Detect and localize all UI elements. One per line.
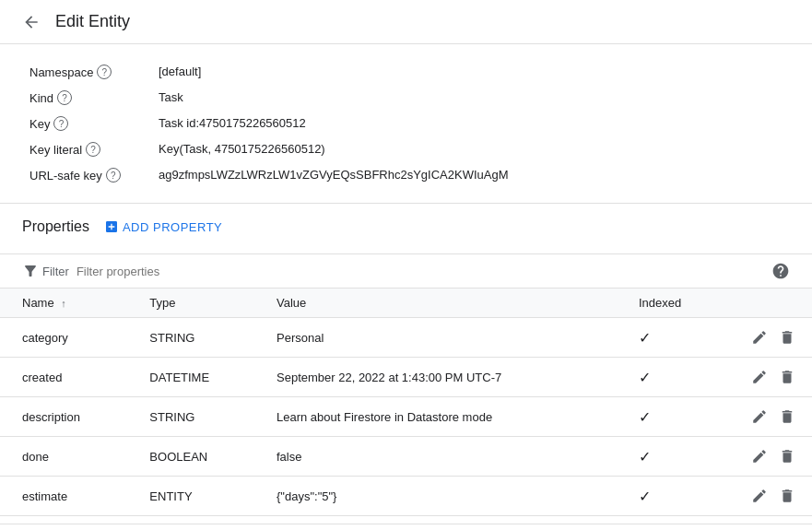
delete-row-button[interactable] <box>777 327 797 347</box>
row-indexed: ✓ <box>624 437 735 477</box>
row-value: Personal <box>262 318 624 358</box>
delete-row-button[interactable] <box>777 367 797 387</box>
sort-arrow-icon: ↑ <box>61 298 66 309</box>
meta-keyliteral-row: Key literal ? Key(Task, 4750175226560512… <box>22 136 790 162</box>
back-button[interactable] <box>15 6 48 39</box>
indexed-check-icon: ✓ <box>639 449 651 465</box>
edit-row-button[interactable] <box>749 446 770 466</box>
meta-urlsafekey-label: URL-safe key ? <box>22 162 151 188</box>
namespace-help-icon[interactable]: ? <box>97 65 112 79</box>
kind-help-icon[interactable]: ? <box>57 90 72 105</box>
properties-table: Name ↑ Type Value Indexed category STRIN… <box>0 289 812 516</box>
indexed-check-icon: ✓ <box>639 330 651 346</box>
row-indexed: ✓ <box>624 397 735 437</box>
meta-key-label: Key ? <box>22 111 151 136</box>
row-actions <box>735 358 812 397</box>
props-table-header: Name ↑ Type Value Indexed <box>0 289 812 318</box>
filter-input[interactable] <box>76 265 764 278</box>
delete-row-button[interactable] <box>777 406 797 427</box>
col-indexed: Indexed <box>624 289 735 318</box>
urlsafekey-help-icon[interactable]: ? <box>106 168 121 183</box>
meta-kind-key: Kind ? <box>22 85 151 111</box>
filter-bar: Filter <box>0 253 812 289</box>
indexed-check-icon: ✓ <box>639 370 651 385</box>
key-help-icon[interactable]: ? <box>53 116 68 131</box>
edit-row-button[interactable] <box>749 327 770 347</box>
table-row: description STRING Learn about Firestore… <box>0 397 812 437</box>
edit-row-button[interactable] <box>749 367 770 387</box>
row-indexed: ✓ <box>624 358 735 397</box>
row-name: category <box>0 318 135 358</box>
meta-urlsafekey-row: URL-safe key ? ag9zfmpsLWZzLWRzLW1vZGVyE… <box>22 162 790 188</box>
add-property-button[interactable]: ADD PROPERTY <box>104 219 222 234</box>
meta-kind-value: Task <box>151 85 191 111</box>
row-actions <box>735 477 812 516</box>
row-indexed: ✓ <box>624 318 735 358</box>
row-actions <box>735 397 812 437</box>
row-value: false <box>262 437 624 477</box>
row-name: done <box>0 437 135 477</box>
page-title: Edit Entity <box>55 12 130 31</box>
col-name: Name ↑ <box>0 289 135 318</box>
properties-section: Properties ADD PROPERTY <box>0 204 812 253</box>
meta-kind-row: Kind ? Task <box>22 85 790 111</box>
filter-help-icon[interactable] <box>771 262 790 280</box>
row-value: {"days":"5"} <box>262 477 624 516</box>
row-type: DATETIME <box>135 358 262 397</box>
meta-namespace-key: Namespace ? <box>22 59 151 85</box>
keyliteral-help-icon[interactable]: ? <box>86 142 100 157</box>
properties-header: Properties ADD PROPERTY <box>22 218 790 235</box>
delete-row-button[interactable] <box>777 486 797 506</box>
indexed-check-icon: ✓ <box>639 409 651 425</box>
table-row: created DATETIME September 22, 2022 at 1… <box>0 358 812 397</box>
indexed-check-icon: ✓ <box>639 489 651 504</box>
row-name: description <box>0 397 135 437</box>
row-type: ENTITY <box>135 477 262 516</box>
col-actions <box>735 289 812 318</box>
edit-row-button[interactable] <box>749 486 770 506</box>
properties-title: Properties <box>22 218 89 235</box>
filter-label: Filter <box>42 265 69 278</box>
row-value: September 22, 2022 at 1:43:00 PM UTC-7 <box>262 358 624 397</box>
edit-row-button[interactable] <box>749 406 770 427</box>
row-actions <box>735 318 812 358</box>
table-row: done BOOLEAN false ✓ <box>0 437 812 477</box>
table-row: category STRING Personal ✓ <box>0 318 812 358</box>
header: Edit Entity <box>0 0 812 44</box>
meta-keyliteral-value: Key(Task, 4750175226560512) <box>151 136 333 162</box>
footer: SAVE CANCEL <box>0 524 812 530</box>
entity-meta: Namespace ? [default] Kind ? Task Key ? … <box>0 44 812 204</box>
row-type: STRING <box>135 318 262 358</box>
props-table-body: category STRING Personal ✓ <box>0 318 812 516</box>
meta-namespace-row: Namespace ? [default] <box>22 59 790 85</box>
meta-key-row: Key ? Task id:4750175226560512 <box>22 111 790 136</box>
col-type: Type <box>135 289 262 318</box>
meta-keyliteral-label: Key literal ? <box>22 136 151 162</box>
col-value: Value <box>262 289 624 318</box>
row-type: STRING <box>135 397 262 437</box>
row-value: Learn about Firestore in Datastore mode <box>262 397 624 437</box>
meta-namespace-value: [default] <box>151 59 208 85</box>
meta-urlsafekey-value: ag9zfmpsLWZzLWRzLW1vZGVyEQsSBFRhc2sYgICA… <box>151 162 516 188</box>
row-name: created <box>0 358 135 397</box>
row-name: estimate <box>0 477 135 516</box>
delete-row-button[interactable] <box>777 446 797 466</box>
row-indexed: ✓ <box>624 477 735 516</box>
table-row: estimate ENTITY {"days":"5"} ✓ <box>0 477 812 516</box>
meta-key-value: Task id:4750175226560512 <box>151 111 313 136</box>
filter-icon-wrap: Filter <box>22 263 69 279</box>
row-type: BOOLEAN <box>135 437 262 477</box>
row-actions <box>735 437 812 477</box>
add-property-label: ADD PROPERTY <box>123 220 222 234</box>
